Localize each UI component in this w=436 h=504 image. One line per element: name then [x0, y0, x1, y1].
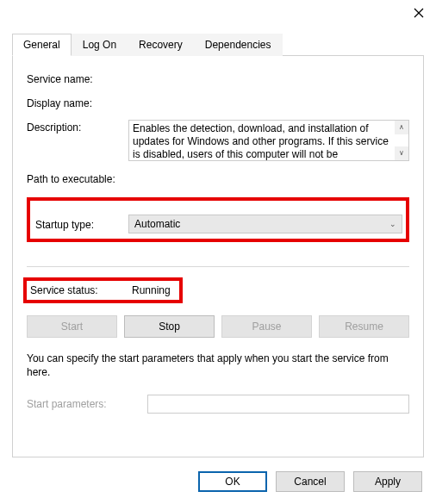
start-params-note: You can specify the start parameters tha… [27, 352, 409, 379]
tab-logon[interactable]: Log On [72, 34, 128, 56]
service-status-value: Running [132, 284, 171, 296]
resume-button: Resume [319, 315, 409, 338]
startup-type-select[interactable]: Automatic ⌄ [128, 215, 402, 233]
tab-strip: General Log On Recovery Dependencies [12, 33, 424, 56]
tab-recovery[interactable]: Recovery [128, 34, 194, 56]
display-name-label: Display name: [27, 96, 128, 109]
scroll-up-icon[interactable]: ∧ [395, 121, 408, 134]
description-label: Description: [27, 120, 128, 134]
cancel-button[interactable]: Cancel [276, 471, 345, 492]
description-box[interactable]: Enables the detection, download, and ins… [128, 120, 409, 161]
pause-button: Pause [221, 315, 312, 338]
service-status-highlight: Service status: Running [23, 277, 183, 303]
ok-button[interactable]: OK [198, 471, 267, 492]
titlebar [0, 0, 436, 28]
service-name-label: Service name: [27, 72, 128, 85]
startup-type-highlight: Startup type: Automatic ⌄ [27, 197, 409, 242]
startup-type-value: Automatic [134, 218, 180, 230]
service-status-label: Service status: [30, 284, 132, 296]
tab-general[interactable]: General [12, 34, 72, 56]
start-params-label: Start parameters: [27, 398, 147, 410]
service-control-buttons: Start Stop Pause Resume [27, 315, 409, 338]
divider [27, 266, 409, 267]
close-icon[interactable] [414, 8, 424, 21]
start-button: Start [27, 315, 117, 338]
path-label: Path to executable: [27, 171, 115, 185]
start-params-input [147, 395, 409, 414]
chevron-down-icon: ⌄ [389, 220, 396, 228]
startup-type-label: Startup type: [34, 217, 128, 231]
description-text: Enables the detection, download, and ins… [133, 122, 389, 160]
scroll-down-icon[interactable]: ∨ [395, 146, 408, 160]
stop-button[interactable]: Stop [124, 315, 215, 338]
apply-button[interactable]: Apply [353, 471, 422, 492]
tab-dependencies[interactable]: Dependencies [194, 34, 283, 56]
tab-body-general: Service name: Display name: Description:… [12, 56, 424, 457]
dialog-footer: OK Cancel Apply [198, 471, 422, 492]
